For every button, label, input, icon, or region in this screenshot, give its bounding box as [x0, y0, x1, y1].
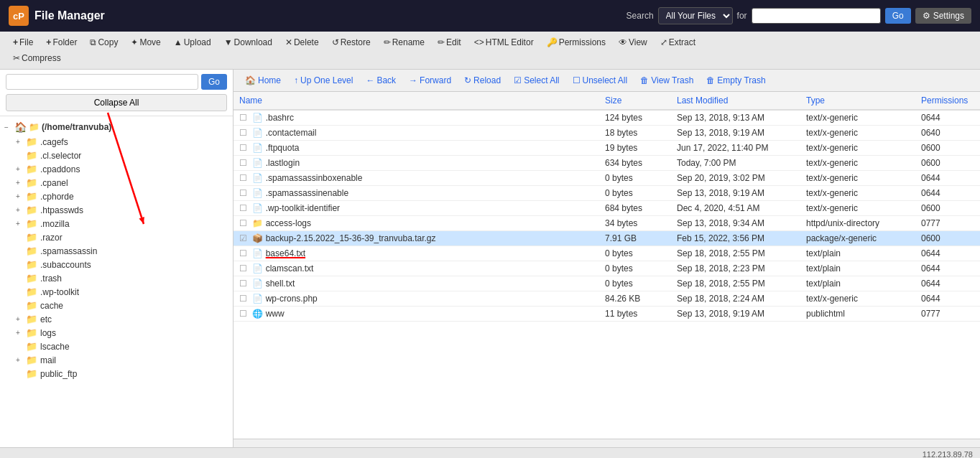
html-editor-button[interactable]: <> HTML Editor [468, 35, 540, 50]
sidebar-go-button[interactable]: Go [201, 74, 227, 90]
file-permissions: 0644 [915, 110, 980, 126]
tree-item-subaccounts[interactable]: 📁 .subaccounts [0, 258, 233, 271]
view-trash-button[interactable]: 🗑 View Trash [634, 73, 699, 88]
search-label: Search [627, 11, 654, 21]
table-row[interactable]: ☐ 📄 clamscan.txt 0 bytes Sep 18, 2018, 2… [234, 261, 980, 276]
table-row[interactable]: ☐ 📁 access-logs 34 bytes Sep 13, 2018, 9… [234, 216, 980, 231]
copy-button[interactable]: ⧉ Copy [84, 35, 124, 50]
tree-root-item[interactable]: − 🏠 📁 (/home/tranvuba) [0, 119, 233, 135]
compress-button[interactable]: ✂ Compress [7, 51, 67, 65]
tree-item-cpaddons[interactable]: + 📁 .cpaddons [0, 162, 233, 176]
search-input[interactable] [752, 8, 881, 24]
view-button[interactable]: 👁 View [613, 35, 653, 50]
up-icon: ↑ [294, 75, 298, 85]
sidebar-path-input[interactable] [6, 74, 198, 90]
tree-item-label: cache [40, 301, 63, 311]
table-row[interactable]: ☐ 📄 .contactemail 18 bytes Sep 13, 2018,… [234, 126, 980, 141]
delete-button[interactable]: ✕ Delete [279, 35, 325, 50]
app-title: File Manager [34, 9, 105, 22]
doc-icon: 📄 [252, 173, 263, 183]
table-row[interactable]: ☐ 📄 .spamassassinenable 0 bytes Sep 13, … [234, 186, 980, 201]
table-row[interactable]: ☐ 📄 shell.txt 0 bytes Sep 18, 2018, 2:55… [234, 276, 980, 291]
col-size[interactable]: Size [599, 92, 671, 110]
file-permissions: 0644 [915, 171, 980, 186]
tree-item-lscache[interactable]: 📁 lscache [0, 340, 233, 353]
col-modified[interactable]: Last Modified [671, 92, 800, 110]
sidebar-search: Go [6, 74, 227, 90]
up-level-button[interactable]: ↑ Up One Level [288, 73, 359, 88]
row-checkbox: ☐ [239, 158, 247, 168]
tree-item-cl-selector[interactable]: 📁 .cl.selector [0, 149, 233, 162]
tree-item-label: public_ftp [40, 369, 77, 379]
tree-item-trash[interactable]: 📁 .trash [0, 271, 233, 285]
home-nav-button[interactable]: 🏠 Home [239, 73, 287, 88]
file-modified: Sep 18, 2018, 2:55 PM [671, 276, 800, 291]
search-go-button[interactable]: Go [885, 8, 911, 24]
doc-icon: 📄 [252, 279, 263, 289]
new-file-button[interactable]: + File [7, 35, 39, 50]
col-name[interactable]: Name [234, 92, 599, 110]
trash-icon: 🗑 [640, 75, 649, 85]
table-row[interactable]: ☐ 📄 .bashrc 124 bytes Sep 13, 2018, 9:13… [234, 110, 980, 126]
permissions-icon: 🔑 [547, 37, 558, 47]
restore-button[interactable]: ↺ Restore [326, 35, 376, 50]
back-button[interactable]: ← Back [360, 73, 402, 88]
table-row[interactable]: ☐ 📄 .ftpquota 19 bytes Jun 17, 2022, 11:… [234, 141, 980, 156]
uncheck-icon: ☐ [573, 75, 581, 85]
table-row[interactable]: ☐ 📄 wp-crons.php 84.26 KB Sep 18, 2018, … [234, 291, 980, 307]
select-all-button[interactable]: ☑ Select All [508, 73, 565, 88]
tree-item-etc[interactable]: + 📁 etc [0, 312, 233, 326]
tree-item-htpasswds[interactable]: + 📁 .htpasswds [0, 203, 233, 217]
tree-item-razor[interactable]: 📁 .razor [0, 230, 233, 244]
move-label: Move [139, 37, 160, 47]
table-row[interactable]: ☐ 📄 .wp-toolkit-identifier 684 bytes Dec… [234, 201, 980, 216]
folder-icon: 📁 [26, 286, 37, 297]
tree-item-label: logs [40, 328, 56, 338]
folder-icon: 📁 [26, 341, 37, 352]
view-icon: 👁 [619, 37, 627, 47]
tree-item-logs[interactable]: + 📁 logs [0, 326, 233, 340]
file-permissions: 0600 [915, 231, 980, 246]
permissions-label: Permissions [559, 37, 606, 47]
table-row[interactable]: ☐ 📄 .lastlogin 634 bytes Today, 7:00 PM … [234, 156, 980, 171]
forward-button[interactable]: → Forward [403, 73, 457, 88]
permissions-button[interactable]: 🔑 Permissions [541, 35, 611, 50]
folder-plus-icon: + [46, 37, 51, 47]
search-scope-select[interactable]: All Your Files [658, 7, 733, 24]
new-folder-button[interactable]: + Folder [40, 35, 83, 50]
unselect-all-button[interactable]: ☐ Unselect All [567, 73, 634, 88]
tree-item-spamassassin[interactable]: 📁 .spamassassin [0, 244, 233, 258]
extract-button[interactable]: ⤢ Extract [655, 35, 701, 50]
table-row[interactable]: ☐ 📄 .spamassassinboxenable 0 bytes Sep 2… [234, 171, 980, 186]
settings-button[interactable]: ⚙ Settings [915, 8, 971, 24]
move-button[interactable]: ✦ Move [125, 35, 166, 50]
tree-item-cache[interactable]: 📁 cache [0, 299, 233, 312]
file-type: text/x-generic [800, 201, 915, 216]
delete-label: Delete [294, 37, 319, 47]
tree-item-cpanel[interactable]: + 📁 .cpanel [0, 176, 233, 190]
tree-item-public_ftp[interactable]: 📁 public_ftp [0, 367, 233, 380]
table-row[interactable]: ☐ 📄 base64.txt 0 bytes Sep 18, 2018, 2:5… [234, 246, 980, 261]
col-permissions[interactable]: Permissions [915, 92, 980, 110]
rename-button[interactable]: ✏ Rename [378, 35, 430, 50]
tree-item-mozilla[interactable]: + 📁 .mozilla [0, 217, 233, 230]
upload-label: Upload [184, 37, 211, 47]
tree-toggle: + [16, 179, 26, 187]
tree-item-cphorde[interactable]: + 📁 .cphorde [0, 190, 233, 203]
edit-button[interactable]: ✏ Edit [432, 35, 467, 50]
collapse-all-button[interactable]: Collapse All [6, 94, 227, 111]
download-button[interactable]: ▼ Download [218, 35, 278, 50]
tree-item-wp-toolkit[interactable]: 📁 .wp-toolkit [0, 285, 233, 299]
settings-label: Settings [933, 11, 964, 21]
col-type[interactable]: Type [800, 92, 915, 110]
horizontal-scrollbar[interactable] [234, 439, 980, 447]
doc-icon: 📄 [252, 263, 263, 274]
table-row[interactable]: ☑ 📦 backup-2.15.2022_15-36-39_tranvuba.t… [234, 231, 980, 246]
empty-trash-button[interactable]: 🗑 Empty Trash [701, 73, 771, 88]
tree-item-mail[interactable]: + 📁 mail [0, 353, 233, 367]
reload-button[interactable]: ↻ Reload [458, 73, 507, 88]
table-row[interactable]: ☐ 🌐 www 11 bytes Sep 13, 2018, 9:19 AM p… [234, 307, 980, 322]
upload-button[interactable]: ▲ Upload [168, 35, 217, 50]
tree-item-cagefs[interactable]: + 📁 .cagefs [0, 135, 233, 149]
edit-label: Edit [446, 37, 461, 47]
